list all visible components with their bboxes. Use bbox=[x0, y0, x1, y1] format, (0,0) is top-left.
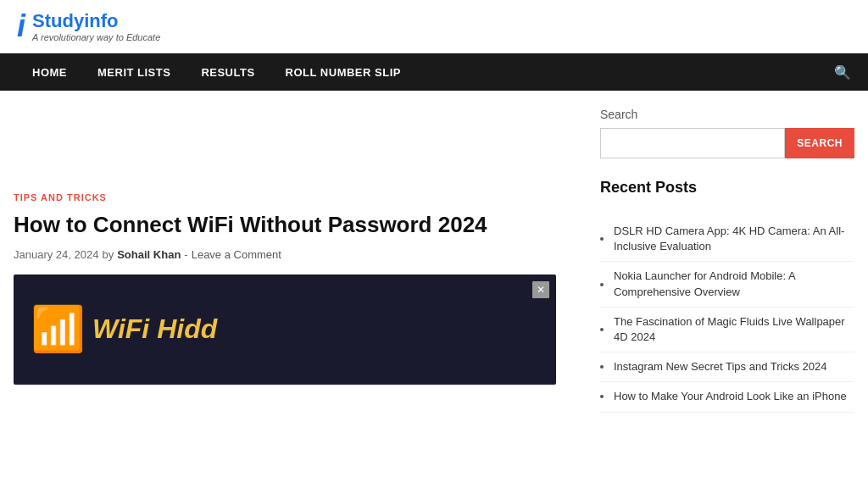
recent-post-link[interactable]: The Fascination of Magic Fluids Live Wal… bbox=[614, 314, 854, 345]
nav-item-results[interactable]: RESULTS bbox=[186, 53, 270, 91]
article-category: TIPS AND TRICKS bbox=[14, 192, 575, 202]
search-label: Search bbox=[600, 108, 854, 121]
article-comment-link[interactable]: Leave a Comment bbox=[192, 248, 281, 261]
recent-post-item[interactable]: The Fascination of Magic Fluids Live Wal… bbox=[600, 308, 854, 352]
recent-post-link[interactable]: How to Make Your Android Look Like an iP… bbox=[614, 389, 854, 404]
recent-post-item[interactable]: How to Make Your Android Look Like an iP… bbox=[600, 382, 854, 412]
recent-post-item[interactable]: DSLR HD Camera App: 4K HD Camera: An All… bbox=[600, 217, 854, 262]
recent-posts-title: Recent Posts bbox=[600, 179, 854, 203]
main-content: TIPS AND TRICKS How to Connect WiFi With… bbox=[14, 108, 575, 433]
article-title: How to Connect WiFi Without Password 202… bbox=[14, 211, 575, 240]
article-by: by bbox=[102, 248, 114, 261]
recent-post-item[interactable]: Instagram New Secret Tips and Tricks 202… bbox=[600, 352, 854, 382]
recent-posts-list: DSLR HD Camera App: 4K HD Camera: An All… bbox=[600, 217, 854, 413]
main-nav: HOME MERIT LISTS RESULTS ROLL NUMBER SLI… bbox=[0, 53, 868, 91]
wifi-text: WiFi Hidd bbox=[92, 313, 217, 345]
featured-image: 📶 WiFi Hidd ✕ bbox=[14, 274, 556, 385]
logo-subtitle: A revolutionary way to Educate bbox=[32, 32, 160, 42]
recent-post-item[interactable]: Nokia Launcher for Android Mobile: A Com… bbox=[600, 262, 854, 307]
search-input[interactable] bbox=[600, 128, 785, 158]
main-layout: TIPS AND TRICKS How to Connect WiFi With… bbox=[0, 91, 868, 450]
article-author[interactable]: Sohail Khan bbox=[117, 248, 181, 261]
close-button[interactable]: ✕ bbox=[532, 281, 549, 298]
logo-text: Studyinfo A revolutionary way to Educate bbox=[32, 10, 160, 42]
nav-search-icon[interactable]: 🔍 bbox=[834, 64, 851, 80]
search-button[interactable]: SEARCH bbox=[785, 128, 854, 158]
logo-icon: i bbox=[17, 11, 25, 42]
article-meta: January 24, 2024 by Sohail Khan - Leave … bbox=[14, 248, 575, 261]
recent-post-link[interactable]: DSLR HD Camera App: 4K HD Camera: An All… bbox=[614, 224, 854, 254]
search-box: SEARCH bbox=[600, 128, 854, 158]
recent-post-link[interactable]: Nokia Launcher for Android Mobile: A Com… bbox=[614, 269, 854, 299]
logo-title: Studyinfo bbox=[32, 10, 160, 32]
featured-image-inner: 📶 WiFi Hidd bbox=[31, 303, 217, 355]
site-header: i Studyinfo A revolutionary way to Educa… bbox=[0, 0, 868, 53]
article-separator: - bbox=[184, 248, 187, 261]
wifi-symbol: 📶 bbox=[31, 303, 86, 355]
nav-item-merit-lists[interactable]: MERIT LISTS bbox=[82, 53, 186, 91]
logo[interactable]: i Studyinfo A revolutionary way to Educa… bbox=[17, 10, 160, 42]
nav-item-home[interactable]: HOME bbox=[17, 53, 82, 91]
recent-post-link[interactable]: Instagram New Secret Tips and Tricks 202… bbox=[614, 359, 854, 374]
nav-items: HOME MERIT LISTS RESULTS ROLL NUMBER SLI… bbox=[17, 53, 416, 91]
recent-posts-section: Recent Posts DSLR HD Camera App: 4K HD C… bbox=[600, 179, 854, 413]
search-section: Search SEARCH bbox=[600, 108, 854, 158]
sidebar: Search SEARCH Recent Posts DSLR HD Camer… bbox=[600, 108, 854, 433]
nav-item-roll-number-slip[interactable]: ROLL NUMBER SLIP bbox=[270, 53, 416, 91]
article-date: January 24, 2024 bbox=[14, 248, 98, 261]
